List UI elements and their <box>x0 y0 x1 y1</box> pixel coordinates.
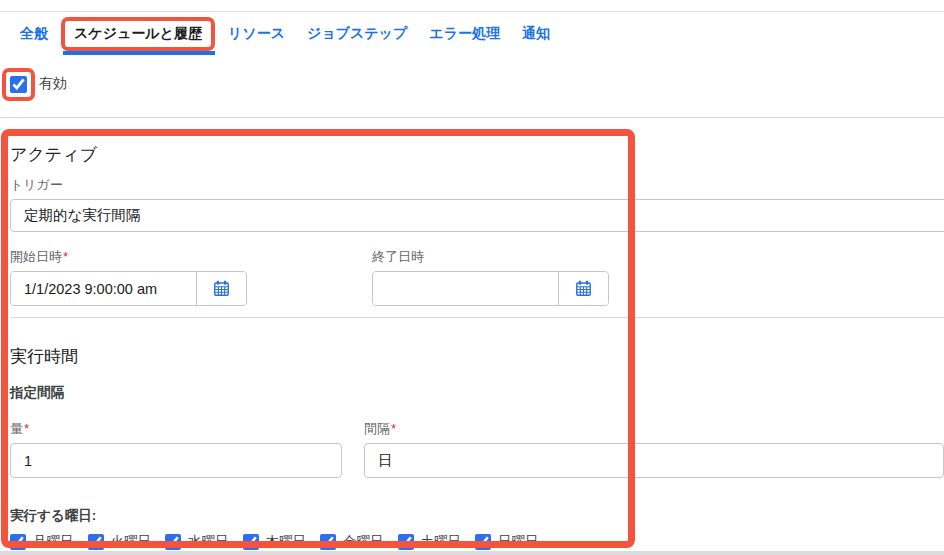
datetime-row: 開始日時* 終了日時 <box>10 249 944 306</box>
required-asterisk: * <box>391 421 396 436</box>
active-section-title: アクティブ <box>10 144 944 166</box>
thursday-checkbox[interactable] <box>243 534 259 550</box>
end-datetime-calendar-button[interactable] <box>558 272 608 305</box>
weekday-tuesday[interactable]: 火曜日 <box>88 533 152 551</box>
interval-field: 間隔* <box>364 410 944 478</box>
weekdays-row: 月曜日 火曜日 水曜日 木曜日 金曜日 土曜日 日曜日 <box>10 533 944 551</box>
tab-resources[interactable]: リソース <box>228 25 285 43</box>
required-asterisk: * <box>63 249 68 264</box>
interval-subtitle: 指定間隔 <box>10 384 944 401</box>
divider-middle <box>10 317 944 318</box>
amount-field: 量* <box>10 410 364 478</box>
tuesday-label: 火曜日 <box>111 533 152 551</box>
weekday-saturday[interactable]: 土曜日 <box>398 533 462 551</box>
active-tab-underline <box>63 51 215 55</box>
wednesday-checkbox[interactable] <box>165 534 181 550</box>
tab-job-steps[interactable]: ジョブステップ <box>307 25 407 43</box>
wednesday-label: 水曜日 <box>188 533 229 551</box>
amount-input[interactable] <box>10 443 342 478</box>
weekday-thursday[interactable]: 木曜日 <box>243 533 307 551</box>
end-datetime-group <box>372 271 609 306</box>
start-datetime-calendar-button[interactable] <box>196 272 246 305</box>
interval-input[interactable] <box>364 443 944 478</box>
calendar-icon <box>574 279 593 298</box>
monday-label: 月曜日 <box>33 533 74 551</box>
amount-label: 量 <box>10 421 23 436</box>
enabled-checkbox[interactable] <box>10 76 27 93</box>
required-asterisk: * <box>24 421 29 436</box>
end-datetime-label: 終了日時 <box>372 249 424 264</box>
tab-general[interactable]: 全般 <box>20 25 48 43</box>
trigger-label: トリガー <box>10 177 944 193</box>
weekday-friday[interactable]: 金曜日 <box>320 533 384 551</box>
saturday-label: 土曜日 <box>421 533 462 551</box>
start-datetime-field: 開始日時* <box>10 249 372 306</box>
calendar-icon <box>212 279 231 298</box>
schedule-form: アクティブ トリガー 開始日時* 終了日時 <box>0 144 944 551</box>
start-datetime-input[interactable] <box>11 272 196 305</box>
friday-checkbox[interactable] <box>320 534 336 550</box>
monday-checkbox[interactable] <box>10 534 26 550</box>
tab-bar: 全般 スケジュールと履歴 リソース ジョブステップ エラー処理 通知 <box>0 11 944 56</box>
start-datetime-label: 開始日時 <box>10 249 62 264</box>
friday-label: 金曜日 <box>343 533 384 551</box>
divider-top <box>0 117 944 118</box>
thursday-label: 木曜日 <box>266 533 307 551</box>
sunday-checkbox[interactable] <box>475 534 491 550</box>
sunday-label: 日曜日 <box>498 533 539 551</box>
tuesday-checkbox[interactable] <box>88 534 104 550</box>
weekday-monday[interactable]: 月曜日 <box>10 533 74 551</box>
trigger-input[interactable] <box>10 199 944 232</box>
interval-label: 間隔 <box>364 421 390 436</box>
weekday-sunday[interactable]: 日曜日 <box>475 533 539 551</box>
window-bottom-edge <box>0 551 944 555</box>
enabled-label: 有効 <box>31 75 67 93</box>
tab-schedule-history[interactable]: スケジュールと履歴 <box>61 17 215 51</box>
end-datetime-field: 終了日時 <box>372 249 609 306</box>
start-datetime-group <box>10 271 247 306</box>
end-datetime-input[interactable] <box>373 272 558 305</box>
amount-interval-row: 量* 間隔* <box>10 410 944 478</box>
tab-error-handling[interactable]: エラー処理 <box>429 25 500 43</box>
weekday-wednesday[interactable]: 水曜日 <box>165 533 229 551</box>
tab-notifications[interactable]: 通知 <box>522 25 550 43</box>
saturday-checkbox[interactable] <box>398 534 414 550</box>
checkbox-annotation-box <box>2 68 35 101</box>
runtime-section-title: 実行時間 <box>10 346 944 368</box>
weekdays-label: 実行する曜日: <box>10 507 944 524</box>
enabled-row: 有効 <box>2 66 944 102</box>
